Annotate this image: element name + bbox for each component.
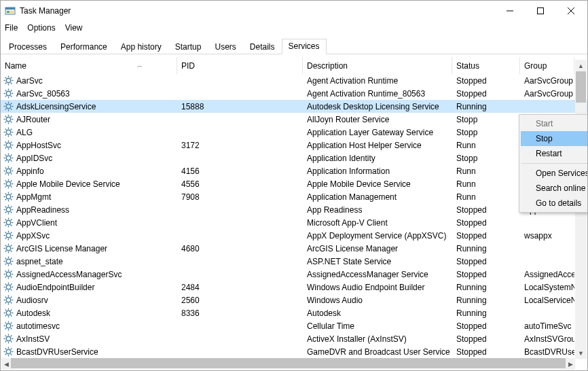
col-name[interactable]: Name︿ — [1, 57, 177, 74]
cell-group: AxInstSVGroup — [520, 334, 574, 344]
ctx-go-to-details[interactable]: Go to details — [521, 196, 588, 211]
cell-group: LocalServiceN... — [520, 296, 574, 305]
table-row[interactable]: AppVClientMicrosoft App-V ClientStopped — [1, 216, 587, 229]
cell-group: AssignedAcce... — [520, 270, 574, 279]
cell-status: Runn — [452, 179, 520, 189]
ctx-stop[interactable]: Stop — [521, 131, 588, 146]
table-row[interactable]: Autodesk8336AutodeskRunning — [1, 306, 587, 319]
cell-description: ArcGIS License Manager — [303, 244, 452, 253]
cell-name: Appinfo — [16, 166, 44, 176]
cell-description: Autodesk Desktop Licensing Service — [303, 102, 452, 111]
scroll-up-icon[interactable]: ▲ — [575, 60, 587, 71]
table-row[interactable]: BcastDVRUserServiceGameDVR and Broadcast… — [1, 345, 587, 358]
table-row[interactable]: AppReadinessApp ReadinessStoppedAppReadi… — [1, 203, 587, 216]
column-headers: Name︿ PID Description Status Group — [1, 57, 587, 74]
tab-app-history[interactable]: App history — [114, 39, 168, 54]
cell-description: Apple Mobile Device Service — [303, 179, 452, 189]
col-group[interactable]: Group — [520, 57, 574, 74]
tab-services[interactable]: Services — [282, 39, 327, 54]
service-icon — [3, 256, 14, 266]
maximize-button[interactable] — [525, 1, 555, 21]
cell-status: Stopped — [452, 89, 520, 99]
table-row[interactable]: ArcGIS License Manager4680ArcGIS License… — [1, 242, 587, 255]
col-status[interactable]: Status — [452, 57, 520, 74]
cell-description: Application Identity — [303, 154, 452, 163]
cell-name: AppReadiness — [16, 205, 69, 215]
ctx-open-services[interactable]: Open Services — [521, 166, 588, 181]
table-row[interactable]: autotimesvcCellular TimeStoppedautoTimeS… — [1, 319, 587, 332]
scroll-thumb-v[interactable] — [576, 71, 586, 103]
service-icon — [3, 321, 14, 331]
table-row[interactable]: AxInstSVActiveX Installer (AxInstSV)Stop… — [1, 332, 587, 345]
table-row[interactable]: AppXSvcAppX Deployment Service (AppXSVC)… — [1, 229, 587, 242]
minimize-button[interactable] — [494, 1, 525, 21]
tab-users[interactable]: Users — [208, 39, 242, 54]
menu-view[interactable]: View — [65, 23, 83, 33]
table-row[interactable]: Audiosrv2560Windows AudioRunningLocalSer… — [1, 294, 587, 306]
table-row[interactable]: AdskLicensingService15888Autodesk Deskto… — [1, 100, 587, 113]
service-icon — [3, 166, 14, 176]
cell-description: Application Management — [303, 192, 452, 202]
service-icon — [3, 334, 14, 344]
cell-status: Running — [452, 308, 520, 318]
cell-group: wsappx — [520, 231, 574, 241]
cell-status: Running — [452, 244, 520, 253]
cell-description: Application Host Helper Service — [303, 141, 452, 150]
cell-status: Stopp — [452, 128, 520, 137]
cell-pid: 2560 — [177, 296, 303, 305]
cell-name: AppMgmt — [16, 192, 51, 202]
tab-performance[interactable]: Performance — [54, 39, 114, 54]
table-row[interactable]: ALGApplication Layer Gateway ServiceStop… — [1, 126, 587, 139]
service-icon — [3, 153, 14, 163]
app-icon — [5, 5, 16, 16]
ctx-search-online[interactable]: Search online — [521, 181, 588, 196]
close-button[interactable] — [555, 1, 586, 21]
cell-name: AssignedAccessManagerSvc — [16, 270, 122, 279]
cell-name: ALG — [16, 128, 33, 137]
scroll-thumb-h[interactable] — [11, 358, 566, 368]
ctx-start: Start — [521, 116, 588, 131]
table-row[interactable]: AssignedAccessManagerSvcAssignedAccessMa… — [1, 268, 587, 281]
scroll-right-icon[interactable]: ▶ — [566, 358, 575, 370]
service-icon — [3, 230, 14, 241]
titlebar: Task Manager — [1, 1, 587, 21]
menu-file[interactable]: File — [5, 23, 18, 33]
scroll-left-icon[interactable]: ◀ — [1, 358, 11, 370]
cell-name: AppXSvc — [16, 231, 50, 241]
cell-name: autotimesvc — [16, 321, 60, 331]
col-description[interactable]: Description — [303, 57, 452, 74]
tab-processes[interactable]: Processes — [2, 39, 54, 54]
cell-status: Stopped — [452, 218, 520, 228]
cell-description: Application Information — [303, 166, 452, 176]
scroll-down-icon[interactable]: ▼ — [575, 347, 587, 359]
ctx-restart[interactable]: Restart — [521, 146, 588, 161]
col-pid[interactable]: PID — [177, 57, 303, 74]
tab-startup[interactable]: Startup — [168, 39, 208, 54]
service-icon — [3, 282, 14, 292]
table-row[interactable]: aspnet_stateASP.NET State ServiceStopped — [1, 255, 587, 268]
cell-name: aspnet_state — [16, 257, 63, 266]
service-list: AarSvcAgent Activation RuntimeStoppedAar… — [1, 74, 587, 358]
table-row[interactable]: AarSvc_80563Agent Activation Runtime_805… — [1, 87, 587, 100]
service-icon — [3, 295, 14, 305]
table-row[interactable]: AppHostSvc3172Application Host Helper Se… — [1, 139, 587, 152]
menu-options[interactable]: Options — [27, 23, 55, 33]
table-row[interactable]: AppMgmt7908Application ManagementRunn — [1, 190, 587, 203]
cell-description: Agent Activation Runtime_80563 — [303, 89, 452, 99]
tab-details[interactable]: Details — [243, 39, 282, 54]
cell-name: AppIDSvc — [16, 154, 52, 163]
cell-description: AppX Deployment Service (AppXSVC) — [303, 231, 452, 241]
table-row[interactable]: Apple Mobile Device Service4556Apple Mob… — [1, 177, 587, 190]
sort-asc-icon: ︿ — [137, 62, 143, 69]
cell-name: ArcGIS License Manager — [16, 244, 107, 253]
table-row[interactable]: AppIDSvcApplication IdentityStopp — [1, 152, 587, 164]
table-row[interactable]: AudioEndpointBuilder2484Windows Audio En… — [1, 281, 587, 294]
cell-pid: 3172 — [177, 141, 303, 150]
table-row[interactable]: AJRouterAllJoyn Router ServiceStopp — [1, 113, 587, 126]
table-row[interactable]: AarSvcAgent Activation RuntimeStoppedAar… — [1, 74, 587, 87]
horizontal-scrollbar[interactable]: ◀ ▶ — [1, 358, 575, 370]
service-icon — [3, 114, 14, 124]
table-row[interactable]: Appinfo4156Application InformationRunn — [1, 164, 587, 177]
service-icon — [3, 75, 14, 86]
cell-description: App Readiness — [303, 205, 452, 215]
